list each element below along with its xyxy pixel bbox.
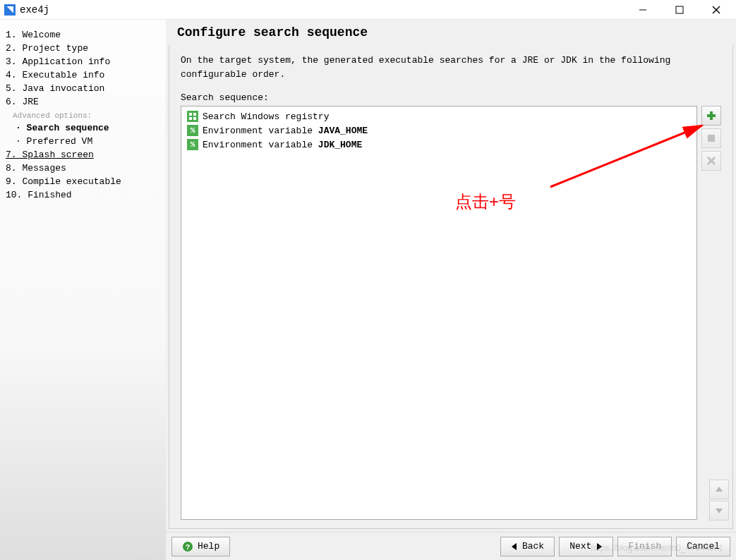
window-title: exe4j (20, 4, 633, 16)
svg-text:?: ? (186, 543, 191, 552)
back-button[interactable]: Back (500, 537, 555, 556)
svg-rect-1 (676, 6, 683, 13)
svg-rect-5 (193, 113, 196, 116)
back-arrow-icon (511, 543, 518, 550)
move-down-button[interactable] (709, 501, 729, 521)
search-sequence-label: Search sequence: (181, 92, 721, 106)
help-button[interactable]: ? Help (171, 537, 230, 556)
svg-rect-4 (189, 113, 192, 116)
sidebar-step[interactable]: 2. Project type (6, 42, 160, 55)
svg-rect-10 (708, 135, 715, 142)
registry-icon (187, 111, 198, 122)
add-button[interactable] (701, 106, 721, 126)
svg-marker-17 (512, 543, 517, 550)
main-panel: Configure search sequence On the target … (166, 20, 736, 560)
envvar-icon: % (187, 125, 198, 136)
titlebar: exe4j (0, 0, 736, 20)
sidebar-step[interactable]: 6. JRE (6, 95, 160, 109)
sidebar-step[interactable]: 5. Java invocation (6, 82, 160, 95)
sidebar-substep[interactable]: · Search sequence (6, 121, 160, 135)
app-icon (4, 4, 16, 16)
search-sequence-item[interactable]: %Environment variable JDK_HOME (184, 138, 694, 152)
svg-marker-14 (716, 509, 723, 513)
sidebar-watermark: exe4j (126, 554, 160, 560)
wizard-sidebar: 1. Welcome2. Project type3. Application … (0, 20, 166, 560)
page-title: Configure search sequence (166, 20, 736, 42)
search-sequence-label: Environment variable JDK_HOME (203, 140, 362, 150)
search-sequence-label: Search Windows registry (203, 111, 329, 122)
sidebar-advanced-label: Advanced options: (6, 109, 160, 121)
sidebar-step[interactable]: 7. Splash screen (6, 148, 160, 162)
next-label: Next (569, 541, 591, 552)
search-sequence-item[interactable]: Search Windows registry (184, 109, 694, 123)
sidebar-step[interactable]: 10. Finished (6, 188, 160, 202)
search-sequence-item[interactable]: %Environment variable JAVA_HOME (184, 123, 694, 138)
sidebar-step[interactable]: 4. Executable info (6, 68, 160, 82)
sidebar-step[interactable]: 3. Application info (6, 55, 160, 68)
search-sequence-label: Environment variable JAVA_HOME (203, 126, 368, 136)
sidebar-step[interactable]: 9. Compile executable (6, 175, 160, 188)
svg-rect-7 (193, 117, 196, 120)
footer-watermark: https://blog.csdn.net/m0_47944381 (591, 543, 723, 553)
close-button[interactable] (706, 3, 726, 17)
svg-rect-6 (189, 117, 192, 120)
move-up-button[interactable] (709, 480, 729, 499)
page-description: On the target system, the generated exec… (181, 54, 721, 92)
envvar-icon: % (187, 139, 198, 150)
sidebar-substep[interactable]: · Preferred VM (6, 135, 160, 148)
help-icon: ? (182, 541, 193, 552)
delete-button[interactable] (701, 151, 721, 171)
back-label: Back (522, 541, 544, 552)
sidebar-step[interactable]: 8. Messages (6, 162, 160, 175)
minimize-button[interactable] (633, 3, 653, 17)
remove-button[interactable] (701, 128, 721, 148)
search-sequence-list[interactable]: Search Windows registry%Environment vari… (181, 106, 697, 520)
svg-marker-13 (716, 487, 723, 492)
help-label: Help (198, 541, 219, 552)
maximize-button[interactable] (670, 3, 689, 17)
sidebar-step[interactable]: 1. Welcome (6, 28, 160, 42)
